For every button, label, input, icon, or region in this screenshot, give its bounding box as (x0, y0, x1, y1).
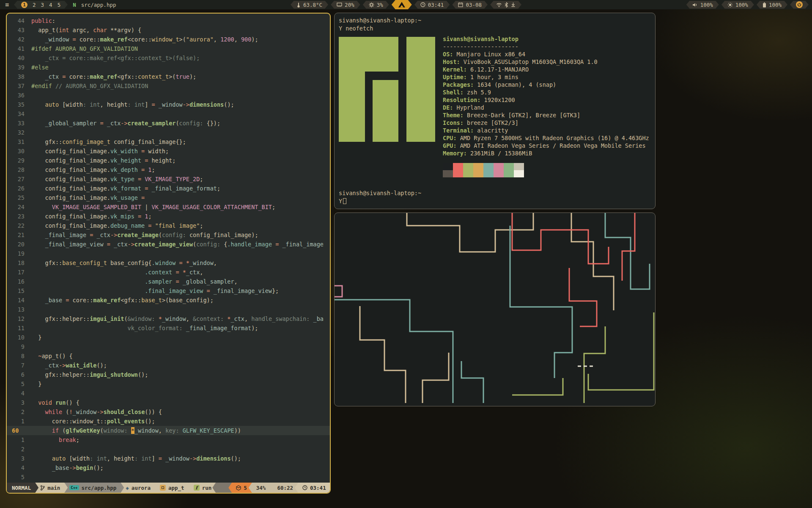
line-number: 13 (7, 305, 31, 314)
code-line: 11 vk_color_format: _final_image_format)… (7, 323, 330, 333)
prompt-symbol: Y (339, 25, 342, 32)
palette-swatch (453, 163, 463, 170)
code-line: 44public: (7, 16, 330, 25)
temperature-module: 63.8°C (291, 1, 328, 9)
power-module[interactable] (790, 1, 809, 9)
workspace-5[interactable]: 5 (58, 2, 61, 8)
prompt-symbol-2: Y (339, 198, 342, 204)
line-number: 5 (7, 472, 31, 482)
code-line: 21 _final_image = _ctx->create_image(con… (7, 230, 330, 240)
workspace-3[interactable]: 3 (41, 2, 44, 8)
diagnostics-count: 5 (244, 485, 247, 491)
palette-swatch (504, 163, 514, 170)
battery-icon (763, 2, 766, 8)
line-number: 3 (7, 398, 31, 407)
code-line: 24 VK_IMAGE_USAGE_SAMPLED_BIT | VK_IMAGE… (7, 202, 330, 212)
neofetch-field: OS: Manjaro Linux x86_64 (443, 50, 649, 58)
pipe-segment (335, 300, 453, 403)
power-icon[interactable] (796, 1, 803, 8)
palette-swatch (483, 163, 494, 170)
neovim-editor-window[interactable]: 44public:43 app_t(int argc, char **argv)… (6, 13, 331, 494)
line-number: 12 (7, 314, 31, 323)
line-number: 9 (7, 342, 31, 351)
code-line: 9 (7, 342, 330, 351)
neofetch-field: Host: VivoBook_ASUSLaptop M1603QA_M1603Q… (443, 58, 649, 66)
workspace-2[interactable]: 2 (33, 2, 36, 8)
file-name-label: src/app.hpp (82, 485, 117, 491)
code-line: 1 core::window_t::poll_events(); (7, 417, 330, 426)
code-line: 26 config_final_image.vk_format = _final… (7, 184, 330, 193)
function-label: run (202, 485, 212, 491)
code-line: 28 config_final_image.vk_depth = 1; (7, 165, 330, 174)
workspace-4[interactable]: 4 (49, 2, 52, 8)
menu-icon[interactable]: ≡ (5, 1, 9, 8)
scroll-percent: 34% (256, 485, 266, 491)
clock-icon (420, 2, 425, 7)
workspace-1[interactable]: 1 (21, 2, 27, 8)
palette-swatch (443, 163, 453, 170)
line-number: 16 (7, 277, 31, 286)
code-line: 10 } (7, 333, 330, 342)
terminal-pipes-window[interactable] (334, 213, 656, 406)
gear-icon (369, 2, 374, 8)
workspaces: 12345 (14, 1, 68, 9)
palette-swatch (463, 170, 473, 177)
code-line: 39#else (7, 63, 330, 72)
code-line: 22 config_final_image.debug_name = "fina… (7, 221, 330, 230)
line-number: 25 (7, 193, 31, 202)
code-line: 3 auto [width: int, height: int] = _wind… (7, 454, 330, 463)
sun-icon (727, 2, 733, 8)
line-number: 2 (7, 444, 31, 454)
line-number: 43 (7, 25, 31, 35)
terminal-color-palette (443, 163, 649, 177)
neofetch-field: Theme: Breeze-Dark [GTK2], Breeze [GTK3] (443, 111, 649, 119)
pipe-segment (512, 378, 563, 395)
line-number: 32 (7, 128, 31, 137)
pipe-segment (335, 286, 342, 297)
line-number: 33 (7, 119, 31, 128)
cpu-module: 3% (363, 1, 389, 9)
line-number: 30 (7, 146, 31, 156)
code-line: 19 (7, 249, 330, 258)
code-line: 40 _ctx = core::make_ref<gfx::context_t>… (7, 53, 330, 63)
line-number: 28 (7, 165, 31, 174)
code-line: 13 (7, 305, 330, 314)
cpu-value: 3% (377, 2, 383, 8)
connectivity-module[interactable] (490, 1, 521, 9)
line-number: 31 (7, 137, 31, 146)
volume-module[interactable]: 100% (686, 1, 719, 9)
line-number: 35 (7, 100, 31, 109)
battery-module[interactable]: 100% (757, 1, 787, 9)
code-line: 16 .sampler = _global_sampler, (7, 277, 330, 286)
shell-prompt-2[interactable]: Y (339, 197, 421, 205)
class-label: app_t (168, 485, 184, 491)
command-text: neofetch (346, 25, 373, 32)
code-area[interactable]: 44public:43 app_t(int argc, char **argv)… (7, 16, 330, 483)
class-icon (160, 485, 166, 491)
code-line: 2 while (!_window->should_close()) { (7, 407, 330, 417)
memory-module: 20% (331, 1, 360, 9)
brightness-value: 100% (735, 2, 748, 8)
line-number: 11 (7, 323, 31, 333)
clock-module: 03:41 (414, 1, 450, 9)
neofetch-field: Uptime: 1 hour, 3 mins (443, 73, 649, 81)
calendar-icon (458, 2, 463, 7)
distro-logo[interactable] (392, 0, 412, 9)
line-number: 4 (7, 463, 31, 472)
pipe-segment (571, 213, 614, 310)
function-icon: f (194, 485, 200, 491)
neofetch-title: sivansh@sivansh-laptop (443, 35, 649, 43)
palette-swatch (443, 170, 453, 177)
line-number: 27 (7, 174, 31, 184)
code-line: 36 (7, 91, 330, 100)
cursor-position: 60:22 (277, 485, 293, 491)
terminal-neofetch-window[interactable]: sivansh@sivansh-laptop:~ Y neofetch siva… (334, 13, 656, 209)
pipe-segment (622, 213, 635, 281)
line-number: 60 (7, 426, 31, 435)
code-line: 3 void run() { (7, 398, 330, 407)
line-number: 1 (7, 417, 31, 426)
pipe-segment (422, 353, 449, 403)
shell-command-line: Y neofetch (339, 25, 651, 33)
battery-value: 100% (769, 2, 782, 8)
brightness-module[interactable]: 100% (721, 1, 754, 9)
